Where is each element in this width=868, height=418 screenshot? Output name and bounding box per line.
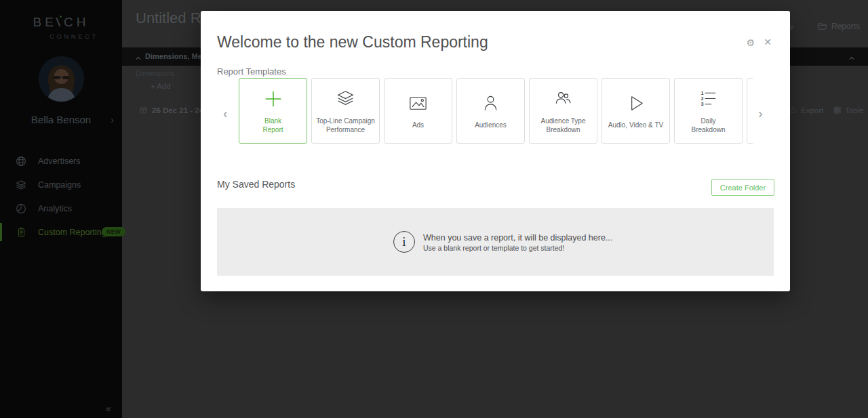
empty-state-line1: When you save a report, it will be displ… [423, 233, 612, 243]
sidebar-nav: Advertisers Campaigns Analytics Custom [0, 149, 122, 244]
sidebar-item-label: Analytics [38, 204, 72, 213]
template-card-label: Top-Line Campaign Performance [313, 117, 378, 135]
sidebar-item-label: Custom Reporting [38, 228, 106, 237]
add-dimension-button[interactable]: + Add [151, 82, 171, 90]
folder-icon [817, 21, 827, 31]
gear-icon[interactable]: ⚙ [746, 37, 755, 48]
sidebar-item-label: Advertisers [38, 156, 81, 166]
carousel-prev-button[interactable]: ‹ [223, 106, 228, 121]
template-card-label: Blank Report [259, 117, 286, 135]
sidebar-item-campaigns[interactable]: Campaigns [0, 173, 122, 196]
brand-logo: BE\CH CONNECT [0, 15, 122, 40]
table-grid-icon [833, 106, 842, 114]
new-badge: NEW [102, 227, 125, 236]
empty-state-line2: Use a blank report or template to get st… [423, 244, 564, 252]
export-button[interactable]: Export [789, 106, 823, 114]
template-card-daily-breakdown[interactable]: 123 Daily Breakdown [674, 78, 743, 144]
brand-logo-subtitle: CONNECT [0, 33, 122, 40]
template-card-label: Audio, Video & TV [605, 121, 667, 130]
modal-title: Welcome to the new Custom Reporting [217, 33, 488, 51]
template-card-partial[interactable] [747, 78, 753, 144]
active-indicator [0, 223, 2, 241]
sidebar-item-custom-reporting[interactable]: Custom Reporting NEW [0, 220, 122, 244]
avatar[interactable] [39, 56, 84, 102]
template-carousel: Blank Report Top-Line Campaign Performan… [239, 78, 753, 145]
svg-text:3: 3 [701, 102, 704, 106]
svg-text:2: 2 [701, 96, 704, 101]
calendar-icon [139, 106, 148, 114]
plus-icon [262, 87, 284, 110]
reports-button-label: Reports [831, 22, 860, 31]
template-card-label: Ads [409, 121, 427, 130]
svg-text:1: 1 [701, 91, 704, 96]
carousel-next-button[interactable]: › [758, 106, 763, 121]
page-title: Untitled R [136, 9, 201, 27]
sidebar-item-advertisers[interactable]: Advertisers [0, 149, 122, 173]
reports-button[interactable]: Reports [817, 21, 860, 31]
template-card-audiences[interactable]: Audiences [456, 78, 525, 144]
report-templates-label: Report Templates [217, 66, 286, 77]
dimensions-section-label: Dimensions [136, 69, 174, 77]
my-saved-reports-label: My Saved Reports [217, 179, 295, 190]
numbered-list-icon: 123 [697, 87, 719, 110]
sidebar-item-analytics[interactable]: Analytics [0, 196, 122, 220]
saved-reports-empty-state: i When you save a report, it will be dis… [217, 208, 774, 276]
template-card-ads[interactable]: Ads [384, 78, 452, 144]
chevron-up-icon[interactable] [848, 53, 856, 61]
image-icon [407, 91, 429, 114]
chevron-right-icon: › [111, 114, 114, 125]
collapse-sidebar-button[interactable]: « [106, 403, 111, 414]
layers-icon [15, 179, 27, 191]
chevron-up-icon [134, 53, 142, 61]
template-card-audio-video-tv[interactable]: Audio, Video & TV [601, 78, 670, 144]
pie-chart-icon [15, 203, 27, 215]
sidebar: BE\CH CONNECT Bella Benson › Advertis [0, 0, 122, 418]
template-card-label: Daily Breakdown [688, 117, 728, 135]
close-icon[interactable]: ✕ [764, 37, 772, 47]
user-menu[interactable]: Bella Benson › [0, 114, 122, 125]
create-folder-button[interactable]: Create Folder [711, 179, 774, 196]
app-root: BE\CH CONNECT Bella Benson › Advertis [0, 0, 868, 418]
table-button-label: Table [845, 106, 864, 114]
table-view-button[interactable]: Table [833, 106, 864, 114]
welcome-modal: Welcome to the new Custom Reporting ⚙ ✕ … [201, 11, 790, 291]
play-icon [625, 91, 647, 114]
template-card-label: Audiences [471, 121, 510, 130]
template-card-label: Audience Type Breakdown [538, 117, 589, 135]
layers-icon [334, 87, 357, 110]
avatar-photo [39, 56, 84, 102]
template-card-top-line-campaign-performance[interactable]: Top-Line Campaign Performance [311, 78, 380, 144]
person-icon [479, 91, 502, 114]
brand-logo-text: BE\CH [0, 15, 122, 30]
template-card-blank-report[interactable]: Blank Report [239, 78, 307, 144]
info-icon: i [393, 231, 415, 253]
sidebar-item-label: Campaigns [38, 180, 81, 190]
export-button-label: Export [801, 106, 823, 114]
report-icon [15, 226, 27, 238]
people-icon [552, 87, 574, 110]
template-card-audience-type-breakdown[interactable]: Audience Type Breakdown [529, 78, 597, 144]
user-name: Bella Benson [31, 114, 91, 125]
logo-accent-dot [60, 16, 62, 18]
globe-icon [15, 155, 27, 167]
